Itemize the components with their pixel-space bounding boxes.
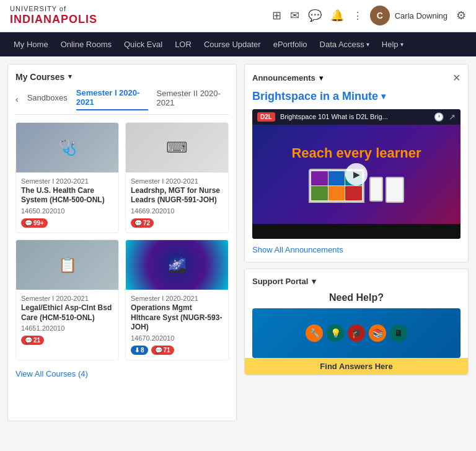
- chat-badge: 💬 21: [21, 336, 44, 345]
- chat-icon: 💬: [134, 220, 142, 226]
- my-courses-panel: My Courses ▾ ‹ Sandboxes Semester I 2020…: [7, 64, 237, 421]
- course-card-4[interactable]: Semester I 2020-2021 Operations Mgmt Hlt…: [125, 239, 229, 360]
- nav-course-updater[interactable]: Course Updater: [198, 32, 267, 56]
- chat-icon: 💬: [155, 347, 162, 354]
- nav-lor[interactable]: LOR: [169, 32, 198, 56]
- course-id: 14650.202010: [21, 207, 113, 215]
- tablet-icon: [386, 177, 404, 203]
- support-portal-header[interactable]: Support Portal ▾: [252, 277, 461, 286]
- my-courses-header: My Courses ▾: [15, 72, 229, 82]
- logo-university: UNIVERSITY of: [10, 5, 97, 13]
- find-answers-button[interactable]: Find Answers Here: [245, 358, 468, 375]
- announcements-label: Announcements: [252, 73, 315, 83]
- reach-text: Reach every learner: [291, 145, 421, 161]
- need-help-title: Need Help?: [252, 292, 461, 303]
- nav-quick-eval[interactable]: Quick Eval: [118, 32, 169, 56]
- nav-help[interactable]: Help ▾: [376, 32, 410, 56]
- user-menu[interactable]: C Carla Downing: [370, 6, 447, 25]
- support-icon-4: 📚: [369, 324, 386, 342]
- chat-badge: 💬 99+: [21, 218, 48, 228]
- course-card-3[interactable]: Semester I 2020-2021 Legal/Ethicl Asp-Cl…: [15, 239, 119, 360]
- download-badge: ⬇ 8: [131, 346, 148, 355]
- chevron-down-icon: ▾: [400, 41, 403, 48]
- more-icon[interactable]: ⋮: [353, 10, 361, 22]
- course-image-3: [16, 240, 118, 290]
- video-container[interactable]: D2L Brightspace 101 What is D2L Brig... …: [252, 109, 461, 239]
- close-announcements-button[interactable]: ✕: [452, 72, 461, 84]
- tab-semester2[interactable]: Semester II 2020-2021: [157, 89, 229, 110]
- my-courses-title: My Courses: [15, 72, 64, 82]
- course-info-3: Semester I 2020-2021 Legal/Ethicl Asp-Cl…: [16, 290, 118, 350]
- chat-badge: 💬 72: [131, 218, 154, 228]
- course-info-1: Semester I 2020-2021 The U.S. Health Car…: [16, 172, 118, 233]
- settings-icon[interactable]: ⚙: [456, 9, 466, 22]
- mail-icon[interactable]: ✉: [290, 9, 299, 22]
- course-title: The U.S. Health Care System (HCM-500-ONL…: [21, 186, 113, 205]
- video-icons: 🕐 ↗: [434, 112, 456, 122]
- support-image: 🔧 💡 🎓 📚 🖥: [252, 308, 461, 358]
- course-card-1[interactable]: Semester I 2020-2021 The U.S. Health Car…: [15, 122, 119, 233]
- announcements-panel: Announcements ▾ ✕ Brightspace in a Minut…: [244, 64, 469, 262]
- screen-tile: [328, 186, 345, 200]
- d2l-badge: D2L: [257, 112, 275, 122]
- chat-icon: 💬: [25, 220, 32, 226]
- chevron-down-icon[interactable]: ▾: [68, 73, 72, 81]
- apps-icon[interactable]: ⊞: [272, 9, 281, 22]
- course-info-4: Semester I 2020-2021 Operations Mgmt Hlt…: [126, 290, 228, 360]
- tab-semester1[interactable]: Semester I 2020-2021: [76, 88, 148, 110]
- nav-my-home[interactable]: My Home: [7, 32, 55, 56]
- tab-prev-arrow[interactable]: ‹: [15, 94, 19, 104]
- course-title: Operations Mgmt Hlthcare Syst (NUGR-593-…: [131, 303, 223, 333]
- tab-sandboxes[interactable]: Sandboxes: [27, 93, 68, 105]
- chat-icon: 💬: [25, 337, 32, 344]
- screen-tile: [311, 186, 328, 200]
- chat-icon[interactable]: 💬: [308, 9, 322, 22]
- view-all-courses-link[interactable]: View All Courses (4): [15, 369, 229, 378]
- chevron-down-icon: ▾: [381, 91, 386, 101]
- chevron-down-icon: ▾: [366, 41, 369, 48]
- phone-shapes: [369, 177, 404, 203]
- nav-bar: My Home Online Rooms Quick Eval LOR Cour…: [0, 32, 476, 56]
- course-id: 14670.202010: [131, 334, 223, 342]
- nav-online-rooms[interactable]: Online Rooms: [55, 32, 118, 56]
- course-id: 14651.202010: [21, 324, 113, 332]
- course-grid: Semester I 2020-2021 The U.S. Health Car…: [15, 122, 229, 360]
- course-semester: Semester I 2020-2021: [21, 177, 113, 185]
- course-info-2: Semester I 2020-2021 Leadrshp, MGT for N…: [126, 172, 228, 233]
- header-icons: ⊞ ✉ 💬 🔔 ⋮ C Carla Downing ⚙: [272, 6, 466, 25]
- avatar: C: [370, 6, 390, 25]
- top-header: UNIVERSITY of INDIANAPOLIS ⊞ ✉ 💬 🔔 ⋮ C C…: [0, 0, 476, 32]
- phone-icon: [369, 177, 383, 202]
- support-portal-label: Support Portal: [252, 277, 308, 286]
- course-image-1: [16, 123, 118, 172]
- screen-tile: [328, 171, 345, 185]
- course-badges: 💬 72: [131, 218, 223, 228]
- support-panel: Support Portal ▾ Need Help? 🔧 💡 🎓 📚 🖥 Fi…: [244, 269, 469, 375]
- announcements-header: Announcements ▾ ✕: [252, 72, 461, 84]
- share-icon[interactable]: ↗: [449, 112, 456, 122]
- support-icon-1: 🔧: [306, 324, 323, 342]
- nav-eportfolio[interactable]: ePortfolio: [267, 32, 314, 56]
- course-title: Legal/Ethicl Asp-Clnt Bsd Care (HCM-510-…: [21, 303, 113, 323]
- show-all-announcements-link[interactable]: Show All Announcements: [252, 245, 461, 254]
- course-card-2[interactable]: Semester I 2020-2021 Leadrshp, MGT for N…: [125, 122, 229, 233]
- course-semester: Semester I 2020-2021: [131, 295, 223, 302]
- logo: UNIVERSITY of INDIANAPOLIS: [10, 5, 97, 27]
- right-panel: Announcements ▾ ✕ Brightspace in a Minut…: [244, 64, 469, 421]
- course-semester: Semester I 2020-2021: [21, 295, 113, 302]
- chevron-down-icon[interactable]: ▾: [319, 73, 324, 83]
- user-name: Carla Downing: [395, 11, 447, 20]
- course-semester: Semester I 2020-2021: [131, 177, 223, 185]
- video-title: Brightspace 101 What is D2L Brig...: [280, 113, 429, 120]
- main-content: My Courses ▾ ‹ Sandboxes Semester I 2020…: [0, 56, 476, 429]
- download-icon: ⬇: [134, 347, 139, 354]
- play-button[interactable]: ▶: [345, 163, 368, 185]
- course-title: Leadrshp, MGT for Nurse Leadrs (NUGR-591…: [131, 186, 223, 205]
- clock-icon: 🕐: [434, 112, 444, 122]
- nav-data-access[interactable]: Data Access ▾: [314, 32, 376, 56]
- brightspace-title[interactable]: Brightspace in a Minute ▾: [252, 90, 461, 103]
- support-icon-3: 🎓: [348, 324, 365, 342]
- video-preview[interactable]: Reach every learner: [252, 125, 461, 224]
- course-badges: 💬 21: [21, 336, 113, 345]
- bell-icon[interactable]: 🔔: [330, 9, 344, 22]
